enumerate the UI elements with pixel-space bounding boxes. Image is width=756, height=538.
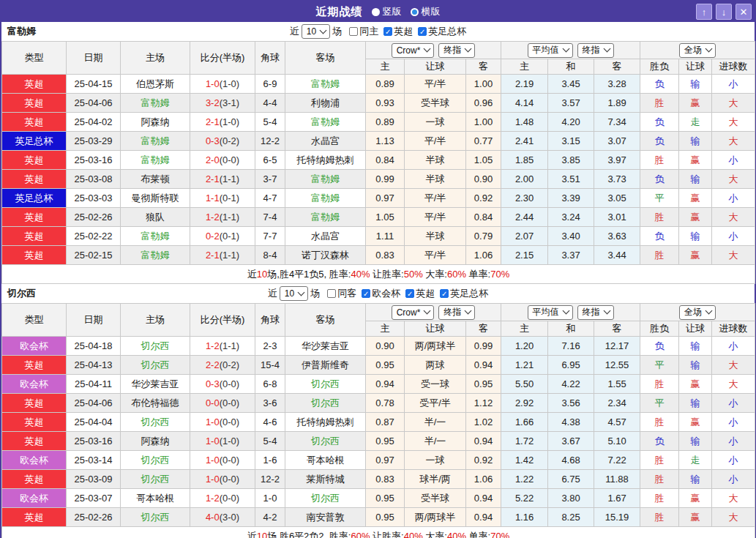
layout-option-vertical[interactable]: 竖版: [372, 5, 402, 18]
handicap-home-odds: 0.89: [366, 113, 405, 132]
match-count-select[interactable]: 10: [302, 24, 330, 39]
avg-source-select[interactable]: 平均值: [528, 43, 573, 58]
checkbox-checked-icon[interactable]: ✓: [405, 289, 414, 298]
filter-checkbox-label: 英超: [394, 25, 413, 38]
team-filter-bar: 切尔西 近 10 场 同客✓欧会杯✓英超✓英足总杯: [1, 284, 755, 303]
checkbox-checked-icon[interactable]: ✓: [418, 27, 427, 36]
handicap-away-odds: 1.06: [466, 470, 501, 489]
league-badge: 英足总杯: [2, 132, 67, 151]
handicap-result: 赢: [679, 489, 712, 508]
layout-option-horizontal[interactable]: 横版: [411, 5, 441, 18]
scroll-up-button[interactable]: ↑: [696, 4, 712, 20]
home-team: 切尔西: [121, 413, 190, 432]
handicap-away-odds: 0.94: [466, 432, 501, 451]
scope-select[interactable]: 全场: [679, 305, 716, 320]
filter-checkbox-英超[interactable]: ✓英超: [378, 25, 413, 38]
handicap-line: 受平/半: [405, 394, 466, 413]
full-time-score: 1-2: [206, 493, 220, 504]
col-header-type: 类型: [2, 304, 67, 337]
matches-table: 类型 日期 主场 比分(半场) 角球 客场 Crow* 终指 平均值: [1, 41, 755, 284]
sub-header-away-odds: 客: [466, 59, 501, 75]
avg-source-select[interactable]: 平均值: [528, 305, 573, 320]
match-date: 25-04-04: [67, 413, 121, 432]
radio-unselected-icon[interactable]: [411, 8, 419, 16]
scope-value: 全场: [684, 306, 702, 318]
home-team: 切尔西: [121, 451, 190, 470]
away-team: 富勒姆: [285, 189, 366, 208]
odds-source-select[interactable]: Crow*: [392, 43, 435, 58]
filter-checkbox-同主[interactable]: 同主: [344, 25, 378, 38]
col-header-home: 主场: [121, 42, 190, 75]
handicap-line: 平/半: [405, 246, 466, 265]
home-team: 富勒姆: [121, 246, 190, 265]
avg-home-odds: 2.00: [501, 170, 548, 189]
home-team: 哥本哈根: [121, 489, 190, 508]
full-time-score: 1-0: [206, 416, 220, 427]
filter-checkbox-英足总杯[interactable]: ✓英足总杯: [435, 287, 488, 300]
avg-draw-odds: 6.75: [548, 470, 594, 489]
checkbox-checked-icon[interactable]: ✓: [440, 289, 449, 298]
match-row: 欧会杯25-04-11华沙莱吉亚0-3(0-0)6-8切尔西0.94受一球0.9…: [2, 375, 755, 394]
avg-draw-odds: 3.45: [548, 75, 594, 94]
away-team: 富勒姆: [285, 208, 366, 227]
filter-checkbox-label: 同主: [359, 25, 378, 38]
checkbox-checked-icon[interactable]: ✓: [362, 289, 370, 298]
avg-away-odds: 3.44: [594, 246, 640, 265]
match-row: 英超25-04-15伯恩茅斯1-0(1-0)6-9富勒姆0.89平/半1.002…: [2, 75, 755, 94]
handicap-line: 一球: [405, 113, 466, 132]
home-team: 曼彻斯特联: [121, 189, 190, 208]
filter-checkbox-英超[interactable]: ✓英超: [400, 287, 435, 300]
half-time-score: (0-2): [220, 135, 239, 146]
matches-table: 类型 日期 主场 比分(半场) 角球 客场 Crow* 终指 平均值: [1, 303, 755, 538]
match-date: 25-04-18: [67, 337, 121, 356]
home-team: 伯恩茅斯: [121, 75, 190, 94]
odds-index-select[interactable]: 终指: [438, 43, 475, 58]
summary-stat-label: 场,胜6平2负2, 胜率:: [267, 531, 351, 538]
goals-result: 小: [712, 470, 755, 489]
scope-select[interactable]: 全场: [679, 43, 716, 58]
summary-stat-label: 近: [247, 531, 257, 538]
scroll-down-button[interactable]: ↓: [716, 4, 732, 20]
half-time-score: (3-0): [220, 512, 239, 523]
radio-selected-icon[interactable]: [372, 8, 380, 16]
home-team: 富勒姆: [121, 151, 190, 170]
chevron-down-icon: [424, 307, 431, 315]
full-time-score: 2-1: [206, 173, 220, 184]
goals-result: 小: [712, 337, 755, 356]
close-button[interactable]: ✕: [736, 4, 752, 20]
handicap-away-odds: 0.96: [466, 94, 501, 113]
sub-header-result: 胜负: [640, 59, 679, 75]
handicap-home-odds: 0.83: [366, 246, 405, 265]
odds-index-select[interactable]: 终指: [438, 305, 475, 320]
corners: 15-4: [255, 356, 285, 375]
match-result: 平: [640, 356, 679, 375]
summary-stat-value: 60%: [447, 269, 466, 280]
filter-checkbox-欧会杯[interactable]: ✓欧会杯: [356, 287, 400, 300]
checkbox-checked-icon[interactable]: ✓: [383, 27, 392, 36]
checkbox-unchecked-icon[interactable]: [327, 289, 336, 298]
summary-stat-value: 10: [257, 531, 267, 538]
avg-home-odds: 1.21: [501, 356, 548, 375]
avg-away-odds: 1.67: [594, 489, 640, 508]
handicap-line: 半/一: [405, 432, 466, 451]
odds-source-select[interactable]: Crow*: [392, 305, 435, 320]
home-team: 阿森纳: [121, 432, 190, 451]
league-badge: 欧会杯: [2, 337, 67, 356]
league-badge: 英超: [2, 470, 67, 489]
handicap-home-odds: 0.89: [366, 75, 405, 94]
match-count-select[interactable]: 10: [280, 286, 308, 301]
half-time-score: (1-0): [220, 78, 239, 89]
league-badge: 英超: [2, 151, 67, 170]
filter-checkbox-英足总杯[interactable]: ✓英足总杯: [413, 25, 466, 38]
away-team: 切尔西: [285, 432, 366, 451]
filter-checkbox-同客[interactable]: 同客: [322, 287, 356, 300]
avg-index-select[interactable]: 终指: [577, 43, 614, 58]
match-row: 英超25-02-26切尔西4-0(3-0)4-2南安普敦0.95两/两球半0.9…: [2, 508, 755, 527]
avg-index-select[interactable]: 终指: [577, 305, 614, 320]
checkbox-unchecked-icon[interactable]: [349, 27, 358, 36]
avg-home-odds: 5.22: [501, 489, 548, 508]
goals-result: 大: [712, 375, 755, 394]
full-time-score: 0-3: [206, 378, 220, 389]
filter-checkboxes: 同主✓英超✓英足总杯: [344, 25, 466, 38]
avg-group-header: 平均值 终指: [501, 42, 640, 59]
